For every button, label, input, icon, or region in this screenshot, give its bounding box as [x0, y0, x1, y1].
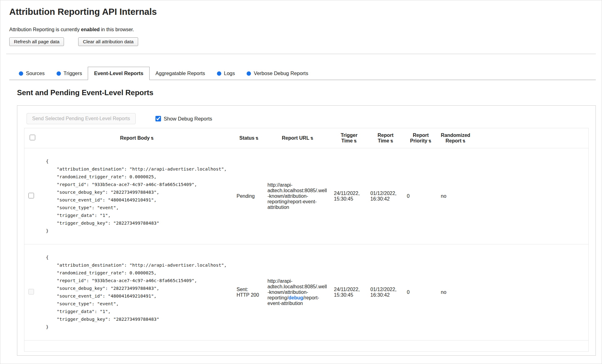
tab-sources[interactable]: Sources	[13, 67, 51, 80]
column-header-report-url[interactable]: Report URL⇅	[265, 128, 331, 148]
report-priority-cell: 0	[404, 244, 438, 341]
refresh-all-button[interactable]: Refresh all page data	[9, 37, 64, 46]
report-body-json: { "attribution_destination": "http://ara…	[46, 254, 231, 331]
table-row: { "attribution_destination": "http://ara…	[24, 244, 589, 341]
status-text-suffix: in this browser.	[100, 27, 134, 32]
sort-icon[interactable]: ⇅	[255, 136, 258, 141]
report-url-cell: http://arapi-adtech.localhost:8085/.well…	[265, 148, 331, 244]
tab-verbose-debug-reports[interactable]: Verbose Debug Reports	[241, 67, 314, 80]
tab-label: Aggregatable Reports	[155, 70, 205, 76]
reports-table: Report Body⇅ Status⇅ Report URL⇅ Trigger…	[24, 128, 589, 352]
sources-status-dot-icon	[19, 71, 23, 76]
trigger-time-cell: 24/11/2022, 15:30:45	[331, 148, 367, 244]
show-debug-label: Show Debug Reports	[164, 116, 212, 122]
sort-icon[interactable]: ⇅	[150, 136, 154, 141]
filler-header-cell	[473, 128, 589, 148]
table-footer	[24, 341, 589, 352]
row-checkbox[interactable]	[28, 193, 34, 198]
tab-label: Logs	[224, 70, 235, 76]
row-checkbox-disabled[interactable]	[28, 289, 34, 294]
tab-label: Triggers	[64, 70, 82, 76]
tab-label: Verbose Debug Reports	[254, 70, 308, 76]
status-cell: Sent: HTTP 200	[234, 244, 265, 341]
tab-label: Event-Level Reports	[94, 70, 143, 76]
sort-icon[interactable]: ⇅	[462, 139, 465, 143]
tab-triggers[interactable]: Triggers	[51, 67, 88, 80]
column-header-report-body[interactable]: Report Body⇅	[40, 128, 234, 148]
select-all-header-cell	[24, 128, 40, 148]
report-priority-cell: 0	[404, 148, 438, 244]
tab-bar: Sources Triggers Event-Level Reports Agg…	[9, 67, 596, 80]
report-body-cell: { "attribution_destination": "http://ara…	[40, 148, 234, 244]
tab-aggregatable-reports[interactable]: Aggregatable Reports	[150, 67, 211, 80]
logs-status-dot-icon	[217, 71, 221, 76]
clear-all-button[interactable]: Clear all attribution data	[78, 37, 138, 46]
column-header-trigger-time[interactable]: Trigger Time⇅	[331, 128, 367, 148]
filler-cell	[473, 244, 589, 341]
tab-event-level-reports[interactable]: Event-Level Reports	[88, 67, 150, 80]
debug-highlight: debug	[288, 295, 303, 300]
reports-panel: Send Selected Pending Event-Level Report…	[17, 105, 596, 356]
column-header-report-time[interactable]: Report Time⇅	[367, 128, 404, 148]
report-url-text: http://arapi-adtech.localhost:8085/.well…	[268, 182, 327, 210]
randomized-report-cell: no	[438, 244, 473, 341]
report-time-cell: 01/12/2022, 16:30:42	[367, 244, 404, 341]
trigger-time-cell: 24/11/2022, 15:30:45	[331, 244, 367, 341]
triggers-status-dot-icon	[57, 71, 61, 76]
report-body-cell: { "attribution_destination": "http://ara…	[40, 244, 234, 341]
sort-icon[interactable]: ⇅	[390, 139, 393, 143]
filler-cell	[473, 148, 589, 244]
status-cell: Pending	[234, 148, 265, 244]
send-selected-reports-button[interactable]: Send Selected Pending Event-Level Report…	[27, 113, 136, 124]
divider	[6, 54, 596, 54]
table-header-row: Report Body⇅ Status⇅ Report URL⇅ Trigger…	[24, 128, 589, 148]
top-toolbar: Refresh all page data Clear all attribut…	[9, 37, 596, 46]
randomized-report-cell: no	[438, 148, 473, 244]
tab-logs[interactable]: Logs	[211, 67, 241, 80]
table-row: { "attribution_destination": "http://ara…	[24, 148, 589, 244]
table-footer-row	[24, 341, 589, 352]
event-level-reports-panel: Sent and Pending Event-Level Reports Sen…	[9, 80, 596, 356]
tab-label: Sources	[26, 70, 45, 76]
status-text-prefix: Attribution Reporting is currently	[9, 27, 81, 32]
row-select-cell	[24, 244, 40, 341]
status-enabled-text: enabled	[81, 27, 100, 32]
verbose-debug-status-dot-icon	[247, 71, 251, 76]
column-header-report-priority[interactable]: Report Priority⇅	[404, 128, 438, 148]
attribution-internals-page: Attribution Reporting API Internals Attr…	[0, 0, 602, 356]
row-select-cell	[24, 148, 40, 244]
report-time-cell: 01/12/2022, 16:30:42	[367, 148, 404, 244]
sort-icon[interactable]: ⇅	[354, 139, 357, 143]
sort-icon[interactable]: ⇅	[310, 136, 313, 141]
column-header-status[interactable]: Status⇅	[234, 128, 265, 148]
section-heading: Sent and Pending Event-Level Reports	[17, 88, 596, 97]
panel-toolbar: Send Selected Pending Event-Level Report…	[17, 113, 596, 124]
report-body-json: { "attribution_destination": "http://ara…	[46, 158, 231, 235]
report-url-cell: http://arapi-adtech.localhost:8085/.well…	[265, 244, 331, 341]
show-debug-toggle[interactable]: Show Debug Reports	[155, 116, 212, 122]
sort-icon[interactable]: ⇅	[428, 139, 431, 143]
status-text: Attribution Reporting is currently enabl…	[9, 27, 596, 32]
show-debug-checkbox[interactable]	[155, 116, 161, 121]
page-title: Attribution Reporting API Internals	[9, 7, 596, 17]
select-all-checkbox[interactable]	[30, 135, 35, 140]
column-header-randomized-report[interactable]: Randomized Report⇅	[438, 128, 473, 148]
